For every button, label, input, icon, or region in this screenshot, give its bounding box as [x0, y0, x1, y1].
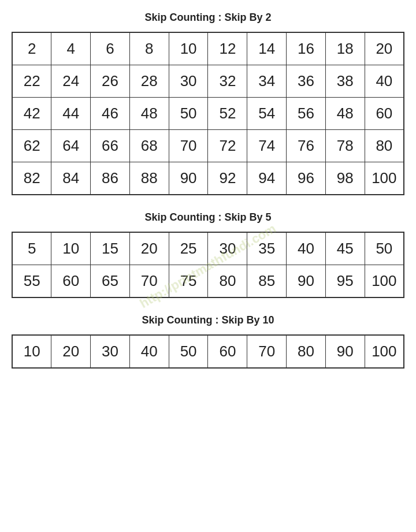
table-cell: 20	[51, 335, 91, 368]
section-title-skip10: Skip Counting : Skip By 10	[12, 314, 404, 326]
table-cell: 38	[325, 65, 365, 98]
table-cell: 46	[91, 98, 130, 130]
table-cell: 8	[129, 32, 169, 65]
table-cell: 40	[365, 65, 404, 98]
table-cell: 66	[91, 130, 130, 162]
table-cell: 60	[365, 98, 404, 130]
table-row: 2468101214161820	[12, 32, 404, 65]
table-cell: 78	[325, 130, 365, 162]
table-cell: 26	[91, 65, 130, 98]
table-cell: 2	[12, 32, 51, 65]
table-cell: 86	[91, 162, 130, 195]
table-cell: 64	[51, 130, 91, 162]
table-row: 828486889092949698100	[12, 162, 404, 195]
table-row: 556065707580859095100	[12, 265, 404, 298]
table-cell: 6	[91, 32, 130, 65]
table-cell: 45	[325, 232, 365, 265]
table-cell: 48	[325, 98, 365, 130]
table-cell: 30	[91, 335, 130, 368]
section-title-skip2: Skip Counting : Skip By 2	[12, 12, 404, 24]
table-cell: 84	[51, 162, 91, 195]
table-cell: 100	[365, 162, 404, 195]
table-cell: 32	[208, 65, 247, 98]
table-cell: 16	[287, 32, 326, 65]
section-skip2: Skip Counting : Skip By 2246810121416182…	[12, 12, 404, 195]
table-cell: 44	[51, 98, 91, 130]
table-row: 22242628303234363840	[12, 65, 404, 98]
table-cell: 88	[129, 162, 169, 195]
table-cell: 100	[365, 335, 404, 368]
table-cell: 82	[12, 162, 51, 195]
table-cell: 50	[365, 232, 404, 265]
table-cell: 28	[129, 65, 169, 98]
table-cell: 50	[169, 335, 208, 368]
table-cell: 10	[169, 32, 208, 65]
table-cell: 35	[247, 232, 287, 265]
table-cell: 5	[12, 232, 51, 265]
table-cell: 100	[365, 265, 404, 298]
table-cell: 20	[365, 32, 404, 65]
table-cell: 12	[208, 32, 247, 65]
table-cell: 92	[208, 162, 247, 195]
table-cell: 56	[287, 98, 326, 130]
table-cell: 50	[169, 98, 208, 130]
table-cell: 20	[129, 232, 169, 265]
table-cell: 30	[208, 232, 247, 265]
table-cell: 94	[247, 162, 287, 195]
table-cell: 65	[91, 265, 130, 298]
table-cell: 36	[287, 65, 326, 98]
table-cell: 24	[51, 65, 91, 98]
table-cell: 62	[12, 130, 51, 162]
table-cell: 70	[169, 130, 208, 162]
table-cell: 95	[325, 265, 365, 298]
table-cell: 90	[287, 265, 326, 298]
table-cell: 90	[169, 162, 208, 195]
table-cell: 54	[247, 98, 287, 130]
table-cell: 96	[287, 162, 326, 195]
table-cell: 34	[247, 65, 287, 98]
table-cell: 80	[365, 130, 404, 162]
table-cell: 76	[287, 130, 326, 162]
table-cell: 85	[247, 265, 287, 298]
table-row: 5101520253035404550	[12, 232, 404, 265]
table-cell: 68	[129, 130, 169, 162]
table-cell: 30	[169, 65, 208, 98]
table-cell: 10	[12, 335, 51, 368]
table-cell: 74	[247, 130, 287, 162]
table-cell: 18	[325, 32, 365, 65]
table-cell: 52	[208, 98, 247, 130]
section-skip10: Skip Counting : Skip By 1010203040506070…	[12, 314, 404, 369]
table-cell: 42	[12, 98, 51, 130]
table-row: 102030405060708090100	[12, 335, 404, 368]
table-row: 62646668707274767880	[12, 130, 404, 162]
table-cell: 98	[325, 162, 365, 195]
table-cell: 22	[12, 65, 51, 98]
table-skip5: 5101520253035404550556065707580859095100	[12, 232, 404, 298]
table-cell: 70	[247, 335, 287, 368]
table-cell: 60	[51, 265, 91, 298]
table-cell: 48	[129, 98, 169, 130]
section-title-skip5: Skip Counting : Skip By 5	[12, 211, 404, 224]
table-cell: 60	[208, 335, 247, 368]
table-cell: 80	[287, 335, 326, 368]
table-cell: 40	[129, 335, 169, 368]
table-cell: 55	[12, 265, 51, 298]
table-cell: 80	[208, 265, 247, 298]
table-cell: 10	[51, 232, 91, 265]
table-cell: 72	[208, 130, 247, 162]
table-cell: 25	[169, 232, 208, 265]
table-cell: 15	[91, 232, 130, 265]
table-row: 42444648505254564860	[12, 98, 404, 130]
table-cell: 70	[129, 265, 169, 298]
table-cell: 4	[51, 32, 91, 65]
table-skip10: 102030405060708090100	[12, 334, 404, 369]
table-skip2: 2468101214161820222426283032343638404244…	[12, 32, 404, 195]
table-cell: 75	[169, 265, 208, 298]
table-cell: 40	[287, 232, 326, 265]
table-cell: 14	[247, 32, 287, 65]
section-skip5: Skip Counting : Skip By 5510152025303540…	[12, 211, 404, 298]
table-cell: 90	[325, 335, 365, 368]
